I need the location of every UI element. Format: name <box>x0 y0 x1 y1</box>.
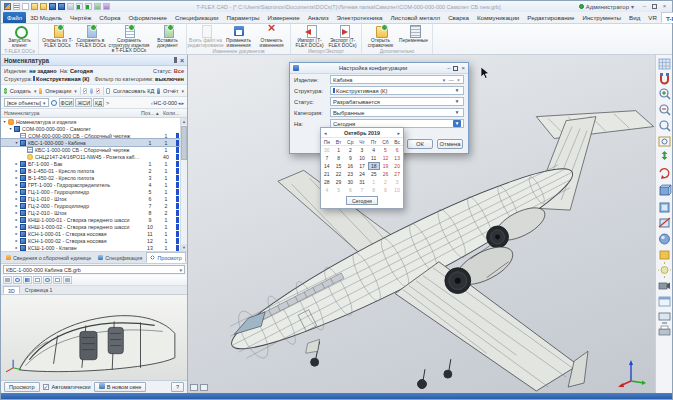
panel-tab[interactable]: Сведения о сборочной единице <box>3 252 94 263</box>
expand-caret[interactable]: ▸ <box>14 238 19 243</box>
expand-caret[interactable]: ▸ <box>14 224 19 229</box>
help-button[interactable]: ? <box>171 382 184 392</box>
table-row[interactable]: ▾ СОМ-000-000-000 - Самолет <box>1 125 187 132</box>
ribbon-tab[interactable]: Редактирование <box>523 12 578 23</box>
expand-caret[interactable]: ▸ <box>14 168 19 173</box>
checkout-file-button[interactable]: Взять файл на редактирование <box>189 25 222 48</box>
today-button[interactable]: Сегодня <box>346 196 378 205</box>
calendar-day[interactable]: 7 <box>321 154 333 162</box>
panel-close-icon[interactable]: × <box>180 57 184 64</box>
filter-toggle-button[interactable]: ЖСИ <box>75 98 92 107</box>
calendar-day[interactable]: 4 <box>321 186 333 194</box>
column-quantity[interactable]: Коли... <box>163 110 187 116</box>
table-row[interactable]: ▸ КСН-1-000-02 - Створка носовая 12 1 <box>1 237 187 244</box>
quick-access-icon[interactable] <box>13 3 20 10</box>
calendar-day[interactable]: 4 <box>368 146 380 154</box>
chevron-down-icon[interactable]: ▾ <box>453 87 461 94</box>
split-vertical-icon[interactable] <box>200 384 208 391</box>
auto-checkbox[interactable] <box>43 384 49 390</box>
calendar-day[interactable]: 10 <box>391 186 403 194</box>
expand-caret[interactable]: ▸ <box>14 210 19 215</box>
maximize-button[interactable] <box>650 3 659 11</box>
pan-icon[interactable] <box>661 151 667 160</box>
calendar-day[interactable]: 25 <box>368 170 380 178</box>
table-row[interactable]: ▸ КНШ-1-000-01 - Створка переднего шасси… <box>1 216 187 223</box>
print-view-icon[interactable] <box>659 326 670 335</box>
next-month-button[interactable]: ▸ <box>397 130 400 136</box>
quick-access-icon[interactable] <box>4 3 11 10</box>
calendar-day[interactable]: 30 <box>321 146 333 154</box>
ribbon-tab[interactable]: Спецификации <box>171 12 223 23</box>
close-button[interactable]: × <box>660 3 669 11</box>
quick-access-icon[interactable] <box>22 3 29 10</box>
quick-access-icon[interactable] <box>112 3 118 10</box>
field-combo[interactable]: Выбранные ▾ <box>330 108 464 117</box>
save-structure-button[interactable]: Сохранить структуру изделия в T-FLEX DOC… <box>107 25 151 54</box>
object-filter-combo[interactable]: [все объекты]▾ <box>4 98 49 107</box>
table-row[interactable]: ▸ ГРТ-1-000 - Гидрораспределитель 4 1 <box>1 181 187 188</box>
zoom-in-icon[interactable] <box>13 276 22 284</box>
chevron-down-icon[interactable]: ▾ <box>453 109 461 116</box>
report-button[interactable]: Отчёт <box>163 88 179 94</box>
prev-page-icon[interactable] <box>53 276 62 284</box>
window-view-icon[interactable] <box>659 297 670 306</box>
filter-state-value[interactable]: выключен <box>155 76 184 82</box>
calendar-day[interactable]: 19 <box>380 162 392 170</box>
table-row[interactable]: ▸ КСН-1-000-01 - Створка носовая 11 1 <box>1 230 187 237</box>
calendar-day[interactable]: 16 <box>344 162 356 170</box>
calendar-day[interactable]: 17 <box>356 162 368 170</box>
calendar-day[interactable]: 14 <box>321 162 333 170</box>
approve-kd-button[interactable]: Согласовать КД <box>113 88 154 94</box>
calendar-day[interactable]: 2 <box>344 146 356 154</box>
quick-access-icon[interactable] <box>94 3 101 10</box>
ribbon-tab[interactable]: Параметры <box>223 12 264 23</box>
calendar-day[interactable]: 13 <box>391 154 403 162</box>
field-combo[interactable]: Конструктивная (К) ▾ <box>330 86 464 95</box>
ribbon-tab[interactable]: VR <box>644 12 661 23</box>
chevron-down-icon[interactable]: ▾ <box>453 98 461 105</box>
ribbon-tab[interactable]: 3D Модель <box>26 12 66 23</box>
zoom-in-icon[interactable] <box>660 89 670 99</box>
delete-icon[interactable] <box>96 88 100 94</box>
section-view-icon[interactable] <box>659 218 670 227</box>
table-row[interactable]: КБС-1-000-000 СБ - Сборочный чертеж 1 <box>1 146 187 153</box>
ribbon-tab[interactable]: Оформление <box>125 12 171 23</box>
table-row[interactable]: СОМ-000-000-000 СБ - Сборочный чертеж 1 <box>1 132 187 139</box>
ribbon-tab[interactable]: Коммуникации <box>473 12 523 23</box>
dialog-minimize-button[interactable]: – <box>447 65 450 71</box>
calendar-day[interactable]: 31 <box>356 178 368 186</box>
grid-view-icon[interactable] <box>659 59 670 69</box>
open-reference-button[interactable]: Открыть справочник <box>364 25 397 48</box>
shaded-view-icon[interactable] <box>659 234 669 244</box>
auto-checkbox-label[interactable]: Автоматически <box>52 384 91 390</box>
expand-caret[interactable]: ▸ <box>14 161 19 166</box>
status-value[interactable]: Все <box>174 68 184 74</box>
front-view-cube-icon[interactable] <box>660 203 669 212</box>
scroll-down-icon[interactable]: ▼ <box>181 244 187 251</box>
quick-access-icon[interactable] <box>67 3 74 10</box>
expand-caret[interactable]: ▸ <box>14 182 19 187</box>
table-row[interactable]: ▸ ГЦ-1-010 - Шток 6 1 <box>1 195 187 202</box>
import-button[interactable]: Импорт (T-FLEX DOCs) <box>293 25 326 48</box>
table-row[interactable]: ▸ ГЦ-2-000 - Гидроцилиндр 7 2 <box>1 202 187 209</box>
field-combo[interactable]: Кабина ▾ <box>330 75 464 84</box>
pin-icon[interactable] <box>174 57 177 63</box>
calendar-day[interactable]: 29 <box>333 178 345 186</box>
rotate-view-icon[interactable] <box>660 169 669 179</box>
quick-access-icon[interactable] <box>85 3 92 10</box>
table-row[interactable]: ▸ КСШ-2-000 - Клапан 14 1 <box>1 251 187 252</box>
calendar-day[interactable]: 1 <box>333 146 345 154</box>
calendar-month-label[interactable]: Октябрь 2019 <box>327 130 398 136</box>
table-row[interactable]: СНЦ2147-24/16РО11-NW45 - Розетка кабельн… <box>1 153 187 160</box>
new-window-button[interactable]: В новом окне <box>94 382 147 392</box>
table-row[interactable]: ▸ КСШ-1-000 - Клапан 13 1 <box>1 244 187 251</box>
calendar-day[interactable]: 1 <box>368 178 380 186</box>
run-client-button[interactable]: Запустить клиент <box>3 25 36 48</box>
panel-tab[interactable]: Спецификация <box>95 252 145 263</box>
open-from-docs-button[interactable]: Открыть из T-FLEX DOCs <box>41 25 74 48</box>
calendar-day[interactable]: 27 <box>391 170 403 178</box>
create-button[interactable]: Создать <box>10 88 31 94</box>
preview-file-combo[interactable]: КБС-1-000-000 Кабина СБ.grb ▾ <box>3 265 185 274</box>
calendar-day[interactable]: 9 <box>344 154 356 162</box>
quick-access-icon[interactable] <box>31 3 38 10</box>
